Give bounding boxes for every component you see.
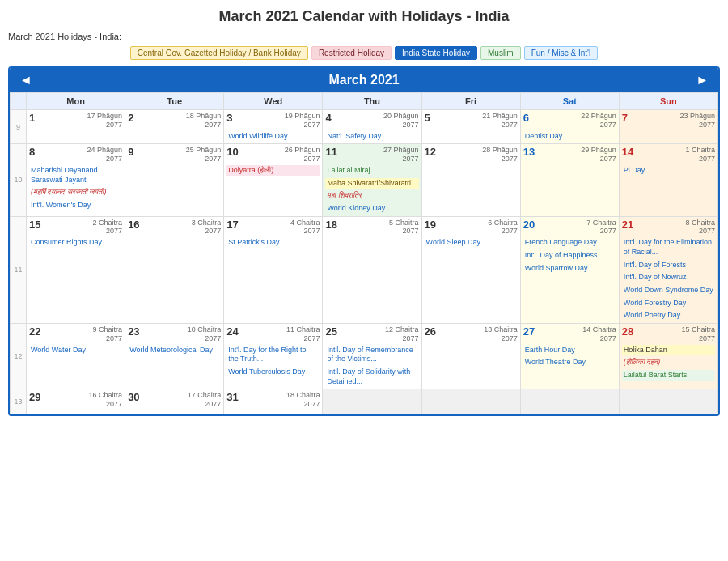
header-tue: Tue	[125, 93, 224, 110]
lunar-8: 24 Phāgun2077	[87, 146, 123, 164]
lunar-14: 1 Chaitra2077	[685, 146, 715, 164]
legend-restricted: Restricted Holiday	[311, 46, 392, 60]
holiday-patrick: St Patrick's Day	[226, 237, 320, 249]
day-cell-empty-3	[520, 389, 619, 414]
holiday-safety: Nat'l. Safety Day	[325, 131, 418, 142]
holiday-lailat: Lailat al Miraj	[325, 165, 418, 176]
day-num-13: 13	[523, 146, 535, 158]
lunar-20: 7 Chaitra2077	[586, 219, 616, 236]
day-num-20: 20	[523, 219, 535, 231]
lunar-2: 18 Phāgun2077	[186, 112, 222, 130]
page-title: March 2021 Calendar with Holidays - Indi…	[8, 8, 720, 25]
table-row: 11 15 2 Chaitra2077 Consumer Rights Day …	[11, 216, 718, 323]
holiday-forestry: World Forestry Day	[622, 298, 715, 309]
holiday-theatre: World Theatre Day	[523, 357, 616, 368]
day-cell-29: 29 16 Chaitra2077	[26, 389, 125, 414]
lunar-31: 18 Chaitra2077	[286, 391, 320, 409]
table-row: 13 29 16 Chaitra2077 30 17 Chaitra2077	[11, 389, 718, 414]
day-num-3: 3	[226, 112, 232, 124]
holiday-maharishi: Maharishi Dayanand Saraswati Jayanti	[29, 165, 122, 185]
day-cell-3: 3 19 Phāgun2077 World Wildlife Day	[224, 110, 323, 144]
week-num-12: 12	[11, 324, 27, 389]
holiday-poetry: World Poetry Day	[622, 310, 715, 321]
holiday-remembrance: Int'l. Day of Remembrance of the Victims…	[325, 345, 418, 365]
day-num-15: 15	[29, 219, 40, 231]
day-num-12: 12	[425, 146, 436, 158]
day-num-6: 6	[523, 112, 529, 124]
day-cell-6: 6 22 Phāgun2077 Dentist Day	[520, 110, 619, 144]
lunar-21: 8 Chaitra2077	[685, 219, 715, 236]
day-cell-empty-1	[323, 389, 421, 414]
lunar-19: 6 Chaitra2077	[488, 219, 518, 236]
header-sun: Sun	[619, 93, 717, 110]
week-header	[11, 93, 27, 110]
day-cell-28: 28 15 Chaitra2077 Holika Dahan (होलिका द…	[619, 324, 717, 389]
holiday-down-syndrome: World Down Syndrome Day	[622, 285, 715, 296]
lunar-18: 5 Chaitra2077	[389, 219, 419, 236]
prev-month-button[interactable]: ◄	[19, 73, 32, 87]
holiday-maha: Maha Shivaratri/Shivaratri	[325, 178, 418, 189]
holiday-tuberculosis: World Tuberculosis Day	[226, 367, 320, 378]
calendar-month-title: March 2021	[328, 73, 399, 87]
day-num-25: 25	[325, 325, 336, 338]
day-cell-21: 21 8 Chaitra2077 Int'l. Day for the Elim…	[619, 216, 717, 323]
lunar-9: 25 Phāgun2077	[186, 146, 222, 164]
table-row: 12 22 9 Chaitra2077 World Water Day 23 1…	[11, 324, 718, 389]
holiday-racial: Int'l. Day for the Elimination of Racial…	[622, 237, 715, 257]
holiday-maha-hindi: महा शिवरात्रि	[325, 190, 418, 202]
day-cell-15: 15 2 Chaitra2077 Consumer Rights Day	[26, 216, 125, 323]
legend-bar: Central Gov. Gazetted Holiday / Bank Hol…	[8, 46, 720, 60]
day-cell-9: 9 25 Phāgun2077	[125, 144, 224, 216]
legend-state: India State Holiday	[395, 46, 477, 60]
header-thu: Thu	[323, 93, 421, 110]
day-num-27: 27	[523, 325, 535, 338]
holiday-solidarity: Int'l. Day of Solidarity with Detained..…	[325, 367, 418, 387]
day-cell-empty-4	[619, 389, 717, 414]
lunar-10: 26 Phāgun2077	[285, 146, 320, 164]
day-num-16: 16	[128, 219, 139, 231]
day-cell-10: 10 26 Phāgun2077 Dolyatra (होली)	[224, 144, 323, 216]
header-fri: Fri	[421, 93, 520, 110]
lunar-28: 15 Chaitra2077	[681, 325, 715, 343]
day-cell-11: 11 27 Phāgun2077 Lailat al Miraj Maha Sh…	[323, 144, 421, 216]
lunar-4: 20 Phāgun2077	[383, 112, 419, 130]
holiday-holika: Holika Dahan	[622, 345, 715, 356]
day-cell-12: 12 28 Phāgun2077	[421, 144, 520, 216]
day-num-1: 1	[29, 112, 35, 124]
holiday-30-hindi	[128, 410, 221, 412]
day-num-22: 22	[29, 325, 40, 338]
day-num-19: 19	[425, 219, 436, 231]
day-num-4: 4	[325, 112, 331, 124]
holiday-water: World Water Day	[29, 345, 122, 356]
day-num-24: 24	[226, 325, 238, 338]
lunar-17: 4 Chaitra2077	[290, 219, 320, 236]
day-num-10: 10	[226, 146, 238, 158]
lunar-25: 12 Chaitra2077	[385, 325, 419, 343]
week-num-9: 9	[11, 110, 27, 144]
day-cell-23: 23 10 Chaitra2077 World Meteorological D…	[125, 324, 224, 389]
lunar-27: 14 Chaitra2077	[582, 325, 616, 343]
next-month-button[interactable]: ►	[696, 73, 709, 87]
holiday-pi: Pi Day	[622, 165, 715, 176]
day-num-31: 31	[226, 391, 238, 403]
legend-fun: Fun / Misc & Int'l	[524, 46, 599, 60]
day-cell-19: 19 6 Chaitra2077 World Sleep Day	[421, 216, 520, 323]
header-mon: Mon	[26, 93, 125, 110]
holiday-earth-hour: Earth Hour Day	[523, 345, 616, 356]
day-num-26: 26	[425, 325, 436, 338]
day-num-2: 2	[128, 112, 133, 124]
calendar-header: ◄ March 2021 ►	[10, 68, 718, 92]
holiday-kidney: World Kidney Day	[325, 203, 418, 215]
day-num-9: 9	[128, 146, 133, 158]
lunar-6: 22 Phāgun2077	[581, 112, 616, 130]
lunar-30: 17 Chaitra2077	[188, 391, 222, 409]
day-cell-30: 30 17 Chaitra2077	[125, 389, 224, 414]
day-num-5: 5	[425, 112, 430, 124]
holiday-holika-hindi: (होलिका दहन)	[622, 357, 715, 368]
day-cell-18: 18 5 Chaitra2077	[323, 216, 421, 323]
holiday-wildlife: World Wildlife Day	[226, 131, 320, 142]
lunar-1: 17 Phāgun2077	[87, 112, 123, 130]
table-row: 10 8 24 Phāgun2077 Maharishi Dayanand Sa…	[11, 144, 718, 216]
day-cell-20: 20 7 Chaitra2077 French Language Day Int…	[520, 216, 619, 323]
day-cell-1: 1 17 Phāgun2077	[26, 110, 125, 144]
